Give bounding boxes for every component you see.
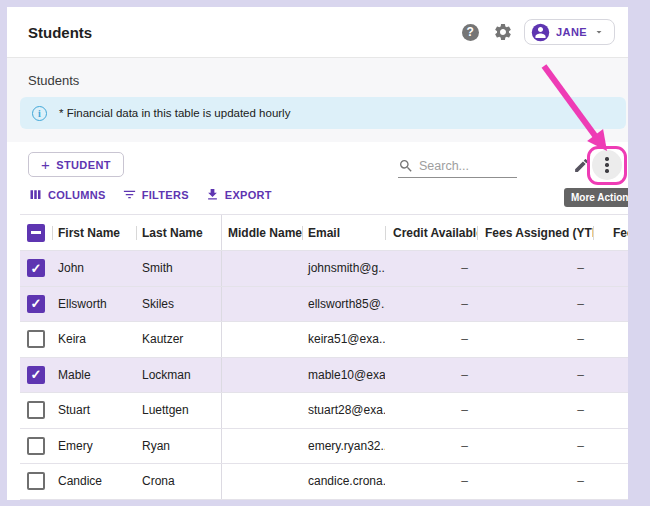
cell-middle-name[interactable] <box>222 287 302 322</box>
cell-fees-assigned[interactable]: – <box>477 358 593 393</box>
cell-credit-available[interactable]: – <box>385 464 477 499</box>
header-checkbox-cell <box>20 215 52 250</box>
column-header-first-name[interactable]: First Name <box>52 215 136 250</box>
cell-last-name[interactable]: Crona <box>136 464 222 499</box>
cell-fee[interactable] <box>593 393 628 428</box>
cell-fee[interactable] <box>593 287 628 322</box>
cell-first-name[interactable]: Emery <box>52 429 136 464</box>
filters-button[interactable]: FILTERS <box>122 187 189 202</box>
cell-middle-name[interactable] <box>222 358 302 393</box>
row-checkbox[interactable] <box>27 295 45 313</box>
row-checkbox-cell <box>20 287 52 322</box>
cell-middle-name[interactable] <box>222 393 302 428</box>
cell-last-name[interactable]: Skiles <box>136 287 222 322</box>
cell-fees-assigned[interactable]: – <box>477 287 593 322</box>
export-button[interactable]: EXPORT <box>205 187 272 202</box>
cell-last-name[interactable]: Luettgen <box>136 393 222 428</box>
cell-fees-assigned[interactable]: – <box>477 322 593 357</box>
cell-credit-available[interactable]: – <box>385 322 477 357</box>
help-icon: ? <box>462 24 479 41</box>
column-header-email[interactable]: Email <box>302 215 385 250</box>
row-checkbox[interactable] <box>27 366 45 384</box>
kebab-menu-icon <box>605 156 608 174</box>
search-field[interactable] <box>398 154 517 178</box>
cell-credit-available[interactable]: – <box>385 429 477 464</box>
user-menu-button[interactable]: JANE <box>524 19 615 45</box>
column-header-fee[interactable]: Fee <box>593 215 628 250</box>
cell-fee[interactable] <box>593 322 628 357</box>
columns-label: COLUMNS <box>48 189 106 201</box>
cell-last-name[interactable]: Kautzer <box>136 322 222 357</box>
cell-fee[interactable] <box>593 358 628 393</box>
table-row: EmeryRyanemery.ryan32...–– <box>20 429 628 465</box>
gear-icon <box>493 22 513 42</box>
cell-fees-assigned[interactable]: – <box>477 393 593 428</box>
cell-fees-assigned[interactable]: – <box>477 464 593 499</box>
row-checkbox[interactable] <box>27 259 45 277</box>
filter-icon <box>122 187 137 202</box>
table-row: MableLockmanmable10@exa...–– <box>20 358 628 394</box>
app-bar: Students ? JANE <box>7 7 628 58</box>
cell-fees-assigned[interactable]: – <box>477 429 593 464</box>
chevron-down-icon <box>593 26 605 38</box>
cell-last-name[interactable]: Ryan <box>136 429 222 464</box>
cell-fee[interactable] <box>593 464 628 499</box>
plus-icon: + <box>41 156 50 173</box>
cell-first-name[interactable]: John <box>52 251 136 286</box>
cell-middle-name[interactable] <box>222 429 302 464</box>
search-input[interactable] <box>419 159 507 173</box>
column-header-middle-name[interactable]: Middle Name <box>222 215 302 250</box>
row-checkbox-cell <box>20 429 52 464</box>
cell-email[interactable]: candice.crona... <box>302 464 385 499</box>
students-table: First Name Last Name Middle Name Email C… <box>20 214 628 500</box>
cell-credit-available[interactable]: – <box>385 287 477 322</box>
cell-email[interactable]: johnsmith@g... <box>302 251 385 286</box>
cell-email[interactable]: stuart28@exa... <box>302 393 385 428</box>
cell-last-name[interactable]: Lockman <box>136 358 222 393</box>
add-student-button[interactable]: + STUDENT <box>28 152 124 177</box>
cell-first-name[interactable]: Mable <box>52 358 136 393</box>
cell-first-name[interactable]: Candice <box>52 464 136 499</box>
table-panel: + STUDENT More Actions COLUMNS FILTERS <box>7 142 628 500</box>
page-title: Students <box>28 24 92 41</box>
cell-first-name[interactable]: Ellsworth <box>52 287 136 322</box>
settings-button[interactable] <box>491 20 515 44</box>
more-actions-button[interactable] <box>592 150 622 180</box>
cell-last-name[interactable]: Smith <box>136 251 222 286</box>
column-header-last-name[interactable]: Last Name <box>136 215 222 250</box>
cell-first-name[interactable]: Stuart <box>52 393 136 428</box>
cell-email[interactable]: ellsworth85@... <box>302 287 385 322</box>
cell-middle-name[interactable] <box>222 464 302 499</box>
cell-email[interactable]: mable10@exa... <box>302 358 385 393</box>
row-checkbox[interactable] <box>27 472 45 490</box>
columns-button[interactable]: COLUMNS <box>28 187 106 202</box>
row-checkbox[interactable] <box>27 401 45 419</box>
cell-email[interactable]: emery.ryan32... <box>302 429 385 464</box>
cell-credit-available[interactable]: – <box>385 358 477 393</box>
cell-credit-available[interactable]: – <box>385 393 477 428</box>
edit-button[interactable] <box>569 153 593 177</box>
table-row: StuartLuettgenstuart28@exa...–– <box>20 393 628 429</box>
cell-fees-assigned[interactable]: – <box>477 251 593 286</box>
row-checkbox[interactable] <box>27 330 45 348</box>
avatar-icon <box>531 23 550 42</box>
column-header-credit-available[interactable]: Credit Available * <box>385 215 477 250</box>
cell-middle-name[interactable] <box>222 322 302 357</box>
help-button[interactable]: ? <box>458 20 482 44</box>
row-checkbox[interactable] <box>27 437 45 455</box>
cell-fee[interactable] <box>593 251 628 286</box>
table-controls: COLUMNS FILTERS EXPORT <box>28 187 272 202</box>
row-checkbox-cell <box>20 322 52 357</box>
download-icon <box>205 187 220 202</box>
select-all-checkbox[interactable] <box>27 224 45 242</box>
table-header-row: First Name Last Name Middle Name Email C… <box>20 215 628 251</box>
cell-credit-available[interactable]: – <box>385 251 477 286</box>
cell-first-name[interactable]: Keira <box>52 322 136 357</box>
search-icon <box>398 158 414 174</box>
cell-middle-name[interactable] <box>222 251 302 286</box>
table-row: EllsworthSkilesellsworth85@...–– <box>20 287 628 323</box>
add-student-label: STUDENT <box>56 159 111 171</box>
cell-email[interactable]: keira51@exa... <box>302 322 385 357</box>
column-header-fees-assigned[interactable]: Fees Assigned (YTD) * <box>477 215 593 250</box>
cell-fee[interactable] <box>593 429 628 464</box>
